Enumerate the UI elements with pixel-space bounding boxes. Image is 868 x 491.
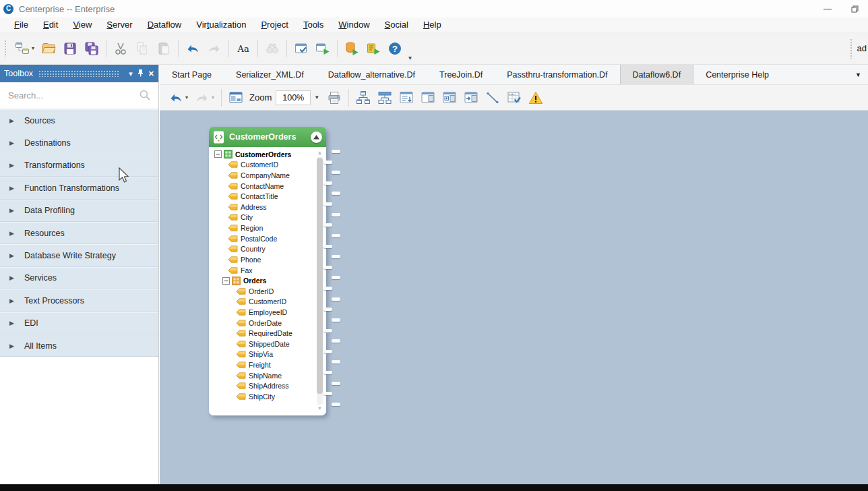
output-port[interactable] [332, 403, 340, 406]
output-port[interactable] [323, 392, 332, 395]
expand-arrow-icon[interactable]: ▶ [9, 343, 24, 349]
menu-item-tools[interactable]: Tools [296, 18, 331, 31]
menu-item-help[interactable]: Help [416, 18, 449, 31]
output-port[interactable] [332, 318, 340, 322]
tree-layout-button[interactable] [375, 88, 395, 107]
save-all-button[interactable] [82, 39, 102, 58]
expand-arrow-icon[interactable]: ▶ [9, 320, 24, 326]
minimize-button[interactable]: ― [814, 1, 841, 17]
zoom-fit-button[interactable] [226, 88, 246, 107]
tree-field-address[interactable]: Address [212, 202, 315, 212]
tree-field-orderdate[interactable]: OrderDate [212, 318, 315, 328]
start-dataflow-button[interactable] [313, 39, 333, 58]
dataflow-canvas[interactable]: CustomerOrders CustomerOrdersCustomerIDC… [160, 111, 868, 484]
tree-field-postalcode[interactable]: PostalCode [212, 233, 315, 244]
collapse-all-nodes-button[interactable] [418, 88, 438, 107]
expand-arrow-icon[interactable]: ▶ [9, 230, 24, 237]
new-button[interactable]: ▾ [12, 39, 37, 58]
expand-arrow-icon[interactable]: ▶ [9, 207, 24, 214]
output-port[interactable] [332, 213, 340, 216]
toolbox-header[interactable]: Toolbox ▾ ✕ [0, 65, 158, 82]
collapse-expander-icon[interactable] [222, 277, 230, 285]
tree-field-customerid[interactable]: CustomerID [212, 297, 315, 308]
font-button[interactable]: Aa [233, 39, 253, 58]
toolbox-item-text-processors[interactable]: ▶Text Processors [0, 289, 158, 312]
output-port[interactable] [323, 223, 332, 227]
expand-all-nodes-button[interactable] [396, 88, 416, 107]
output-port[interactable] [332, 171, 340, 174]
output-port[interactable] [323, 329, 332, 333]
toolbox-menu-icon[interactable]: ▾ [129, 70, 133, 78]
save-button[interactable] [60, 39, 80, 58]
expand-arrow-icon[interactable]: ▶ [9, 185, 24, 192]
collapse-node-button[interactable] [311, 132, 322, 143]
output-port[interactable] [323, 202, 332, 206]
tree-field-freight[interactable]: Freight [212, 359, 315, 370]
restore-button[interactable] [841, 1, 868, 17]
toolbox-item-all-items[interactable]: ▶All Items [0, 335, 158, 357]
toolbox-item-data-profiling[interactable]: ▶Data Profiling [0, 200, 158, 222]
output-port[interactable] [332, 360, 340, 364]
output-port[interactable] [323, 371, 332, 374]
output-port[interactable] [332, 276, 340, 279]
open-button[interactable] [38, 39, 59, 58]
tree-field-phone[interactable]: Phone [212, 254, 315, 265]
scroll-up-icon[interactable]: ▲ [316, 150, 323, 156]
expand-arrow-icon[interactable]: ▶ [9, 162, 24, 169]
tab-list-dropdown-icon[interactable]: ▼ [855, 71, 868, 78]
tree-group-customerorders[interactable]: CustomerOrders [212, 149, 315, 160]
menu-item-window[interactable]: Window [331, 18, 377, 31]
tree-field-shipvia[interactable]: ShipVia [212, 349, 315, 360]
undo-button[interactable]: ▾ [166, 88, 191, 107]
scroll-down-icon[interactable]: ▼ [316, 405, 323, 411]
toolbox-close-icon[interactable]: ✕ [148, 70, 154, 78]
output-port[interactable] [323, 181, 332, 185]
expand-arrow-icon[interactable]: ▶ [9, 275, 24, 281]
tab-dataflow-alternative-df[interactable]: Dataflow_alternative.Df [316, 65, 427, 84]
toolbar-grip[interactable] [4, 40, 7, 57]
preview-data-button[interactable]: 0101 [504, 88, 524, 107]
output-port[interactable] [332, 382, 340, 385]
tree-field-companyname[interactable]: CompanyName [212, 170, 315, 181]
expand-arrow-icon[interactable]: ▶ [9, 297, 24, 304]
tree-field-customerid[interactable]: CustomerID [212, 160, 315, 171]
tree-field-requireddate[interactable]: RequiredDate [212, 328, 315, 339]
toolbox-item-database-write-strategy[interactable]: ▶Database Write Strategy [0, 244, 158, 266]
menu-item-edit[interactable]: Edit [36, 18, 65, 31]
help-button[interactable]: ? [385, 39, 405, 58]
database-job-button[interactable] [342, 39, 362, 58]
output-port[interactable] [332, 255, 340, 258]
undo-button[interactable] [183, 39, 203, 58]
output-port[interactable] [323, 287, 332, 290]
tree-field-shippeddate[interactable]: ShippedDate [212, 339, 315, 349]
output-port[interactable] [323, 161, 332, 164]
auto-layout-button[interactable] [353, 88, 373, 107]
output-port[interactable] [332, 297, 340, 301]
print-button[interactable] [324, 88, 344, 107]
expand-arrow-icon[interactable]: ▶ [9, 140, 24, 146]
tab-serializer-xml-df[interactable]: Serializer_XML.Df [224, 65, 316, 84]
menu-item-file[interactable]: File [7, 18, 36, 31]
collapse-expander-icon[interactable] [214, 150, 222, 158]
navigate-node-button[interactable] [461, 88, 481, 107]
output-port[interactable] [332, 234, 340, 237]
toolbox-item-resources[interactable]: ▶Resources [0, 222, 158, 244]
zoom-dropdown-icon[interactable]: ▼ [314, 94, 319, 100]
output-port[interactable] [323, 266, 332, 269]
toolbox-item-function-transformations[interactable]: ▶Function Transformations [0, 177, 158, 199]
customerorders-node[interactable]: CustomerOrders CustomerOrdersCustomerIDC… [209, 127, 326, 415]
dropdown-caret-icon[interactable]: ▾ [212, 94, 214, 100]
menu-item-virtualization[interactable]: Virtualization [189, 18, 253, 31]
toolbox-item-transformations[interactable]: ▶Transformations [0, 154, 158, 177]
tab-centerprise-help[interactable]: Centerprise Help [693, 65, 781, 84]
tree-field-shipname[interactable]: ShipName [212, 370, 315, 381]
output-port[interactable] [332, 339, 340, 343]
menu-item-server[interactable]: Server [99, 18, 140, 31]
search-icon[interactable] [140, 90, 150, 100]
tree-field-region[interactable]: Region [212, 223, 315, 233]
toolbar-overflow-icon[interactable]: ▾ [408, 54, 412, 64]
node-scrollbar[interactable]: ▲ ▼ [316, 150, 323, 411]
tree-field-employeeid[interactable]: EmployeeID [212, 307, 315, 318]
tree-field-orderid[interactable]: OrderID [212, 286, 315, 297]
output-port[interactable] [323, 308, 332, 311]
